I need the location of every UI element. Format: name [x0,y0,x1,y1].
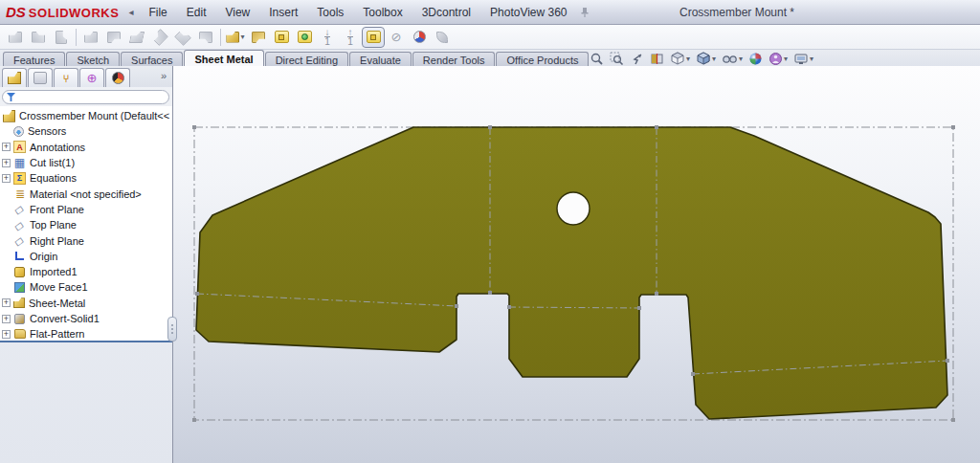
tree-item-origin[interactable]: Origin [0,249,172,264]
handle[interactable] [946,359,949,363]
menu-3dcontrol[interactable]: 3Dcontrol [412,2,480,23]
tree-root[interactable]: Crossmember Mount (Default<< [0,108,172,123]
hem-icon[interactable] [50,27,73,48]
tab-evaluate[interactable]: Evaluate [349,52,412,66]
handle[interactable] [488,291,492,295]
handle[interactable] [192,125,196,129]
handle[interactable] [455,304,458,308]
sketched-bend-icon[interactable] [102,27,125,48]
displaymanager-tab[interactable] [105,68,130,87]
expand-icon[interactable]: + [2,330,11,339]
tab-office-products[interactable]: Office Products [496,52,589,66]
handle[interactable] [488,125,492,129]
no-bends-icon[interactable]: ⊘ [385,27,408,48]
tree-item-imported1[interactable]: Imported1 [0,264,172,279]
propertymanager-tab[interactable] [28,68,53,87]
tab-render-tools[interactable]: Render Tools [412,52,496,66]
view-settings-icon[interactable]: ▾ [791,50,815,67]
hide-show-items-icon[interactable]: ▾ [720,50,745,67]
propertymanager-icon [33,72,47,84]
rip-icon[interactable] [408,27,431,48]
miter-flange-icon[interactable] [27,27,50,48]
tree-item-equations[interactable]: + Σ Equations [0,170,172,186]
menu-view[interactable]: View [215,2,259,23]
edge-flange-icon[interactable] [4,27,27,48]
insert-bends-icon[interactable] [431,27,454,48]
handle[interactable] [951,418,955,422]
cut-list-icon: ▦ [13,157,26,169]
graphics-viewport[interactable] [173,66,980,463]
menu-insert[interactable]: Insert [259,2,307,23]
edit-appearance-icon[interactable] [746,50,765,67]
handle[interactable] [655,125,658,129]
section-view-icon[interactable] [648,50,666,67]
flat-pattern-canvas [173,66,980,463]
tree-item-flat-pattern[interactable]: + Flat-Pattern [0,326,172,342]
handle[interactable] [507,305,511,309]
tree-item-move-face1[interactable]: Move Face1 [0,279,172,295]
menu-tools[interactable]: Tools [307,2,353,23]
convert-to-sheet-metal-icon[interactable] [247,27,270,48]
tree-filter-box[interactable] [2,90,169,104]
view-orientation-icon[interactable]: ▾ [668,50,692,67]
forming-tool-icon[interactable] [194,27,217,48]
base-flange-icon[interactable]: ▾ [224,27,247,48]
display-style-icon[interactable]: ▾ [694,50,718,67]
commandmanager-tabs: Features Sketch Surfaces Sheet Metal Dir… [0,50,980,66]
apply-scene-icon[interactable]: ▾ [767,50,790,67]
dimxpertmanager-tab[interactable]: ⊕ [79,68,104,87]
part-hole[interactable] [557,192,590,225]
expand-icon[interactable]: + [2,315,11,323]
panel-splitter-handle[interactable] [167,317,177,342]
menu-collapse-icon[interactable]: ◂ [128,7,133,17]
menu-edit[interactable]: Edit [177,2,216,23]
tree-item-convert-solid1[interactable]: + Convert-Solid1 [0,311,172,326]
tree-item-cut-list[interactable]: + ▦ Cut list(1) [0,155,172,170]
zoom-to-area-icon[interactable] [608,50,626,67]
handle[interactable] [195,292,199,296]
menu-photoview360[interactable]: PhotoView 360 [480,2,577,23]
handle[interactable] [951,125,955,129]
tree-item-top-plane[interactable]: ◇ Top Plane [0,217,172,232]
lofted-bend-icon[interactable] [270,27,293,48]
zoom-to-fit-icon[interactable] [588,50,606,67]
swept-flange-icon[interactable] [293,27,316,48]
featuremanager-tab[interactable] [2,68,27,87]
move-face-icon [13,281,26,294]
tab-features[interactable]: Features [3,52,65,66]
jog-icon[interactable] [79,27,102,48]
expand-icon[interactable]: + [2,298,11,307]
fold-icon[interactable]: ↑1 [339,27,362,48]
tree-item-right-plane[interactable]: ◇ Right Plane [0,232,172,248]
panel-overflow-chevron[interactable]: » [161,70,167,81]
annotations-icon: A [13,141,26,153]
handle[interactable] [637,306,641,310]
menu-pin-icon[interactable] [579,7,590,18]
tree-item-sheet-metal[interactable]: + Sheet-Metal [0,296,172,311]
tab-direct-editing[interactable]: Direct Editing [265,52,348,66]
unfold-icon[interactable]: ↓1 [316,27,339,48]
flatten-button[interactable] [362,27,385,48]
tree-item-sensors[interactable]: Sensors [0,123,172,139]
expand-icon[interactable]: + [2,143,11,151]
expand-icon[interactable]: + [2,174,11,183]
tree-item-material[interactable]: ≣ Material <not specified> [0,186,172,201]
flat-pattern-face[interactable] [196,127,947,419]
configurationmanager-tab[interactable]: ⑂ [54,68,78,87]
closed-corner-icon[interactable] [148,27,171,48]
handle[interactable] [691,372,695,376]
cross-break-icon[interactable] [125,27,148,48]
tab-sheet-metal[interactable]: Sheet Metal [184,50,263,66]
expand-icon[interactable]: + [2,159,11,167]
tab-surfaces[interactable]: Surfaces [121,52,183,66]
menu-toolbox[interactable]: Toolbox [353,2,412,23]
tab-sketch[interactable]: Sketch [66,52,120,66]
sheet-metal-icon [13,298,25,308]
menu-file[interactable]: File [139,2,176,23]
previous-view-icon[interactable] [628,50,646,67]
handle[interactable] [192,418,196,422]
tree-item-annotations[interactable]: + A Annotations [0,140,172,155]
corner-relief-icon[interactable] [171,27,194,48]
handle[interactable] [655,292,658,296]
tree-item-front-plane[interactable]: ◇ Front Plane [0,202,172,217]
